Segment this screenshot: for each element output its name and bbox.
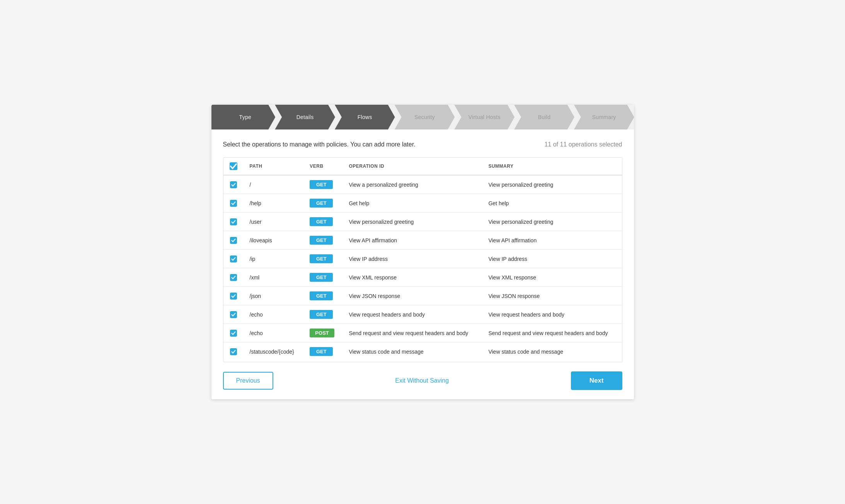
row-checkbox[interactable] [230,330,237,337]
step-type[interactable]: Type [211,105,276,129]
row-operation-id: View status code and message [342,342,482,361]
row-verb: GET [303,213,342,231]
verb-badge-get: GET [310,291,333,300]
row-checkbox-cell [223,324,244,342]
row-operation-id: Send request and view request headers an… [342,324,482,342]
row-summary: View personalized greeting [482,175,622,194]
header-checkbox-cell [223,158,244,175]
row-checkbox-cell [223,194,244,213]
row-checkbox[interactable] [230,181,237,188]
content-header: Select the operations to manage with pol… [223,141,622,148]
exit-without-saving-button[interactable]: Exit Without Saving [395,377,449,384]
verb-badge-get: GET [310,273,333,282]
row-verb: POST [303,324,342,342]
operations-table: PATH VERB OPERATION ID SUMMARY /GETView … [223,158,622,361]
row-summary: Send request and view request headers an… [482,324,622,342]
row-checkbox[interactable] [230,311,237,318]
row-checkbox[interactable] [230,200,237,207]
verb-badge-get: GET [310,236,333,245]
table-row: /ipGETView IP addressView IP address [223,250,622,268]
table-row: /echoGETView request headers and bodyVie… [223,305,622,324]
row-checkbox-cell [223,231,244,250]
row-path: /iloveapis [244,231,304,250]
verb-badge-post: POST [310,329,334,337]
table-row: /iloveapisGETView API affirmationView AP… [223,231,622,250]
header-description: Select the operations to manage with pol… [223,141,416,148]
footer: Previous Exit Without Saving Next [211,362,634,399]
step-summary[interactable]: Summary [574,105,634,129]
table-row: /statuscode/{code}GETView status code an… [223,342,622,361]
wizard-container: Type Details Flows Security Virtual Host… [211,105,634,399]
verb-badge-get: GET [310,347,333,356]
row-summary: View personalized greeting [482,213,622,231]
row-summary: View status code and message [482,342,622,361]
table-header-row: PATH VERB OPERATION ID SUMMARY [223,158,622,175]
row-verb: GET [303,175,342,194]
row-operation-id: View XML response [342,268,482,287]
row-path: /echo [244,305,304,324]
row-path: /json [244,287,304,305]
row-path: /echo [244,324,304,342]
verb-badge-get: GET [310,310,333,319]
row-verb: GET [303,305,342,324]
verb-badge-get: GET [310,199,333,208]
header-verb: VERB [303,158,342,175]
ops-selected-count: 11 of 11 operations selected [544,141,622,148]
step-flows[interactable]: Flows [335,105,395,129]
table-row: /echoPOSTSend request and view request h… [223,324,622,342]
previous-button[interactable]: Previous [223,372,273,390]
row-operation-id: View API affirmation [342,231,482,250]
row-path: /statuscode/{code} [244,342,304,361]
step-summary-label: Summary [592,114,616,120]
row-summary: View API affirmation [482,231,622,250]
step-virtual-hosts-label: Virtual Hosts [468,114,501,120]
row-checkbox-cell [223,287,244,305]
row-checkbox[interactable] [230,348,237,355]
row-verb: GET [303,250,342,268]
select-all-checkbox[interactable] [230,162,237,170]
row-checkbox[interactable] [230,218,237,225]
table-row: /userGETView personalized greetingView p… [223,213,622,231]
row-checkbox-cell [223,213,244,231]
row-summary: View XML response [482,268,622,287]
step-security-label: Security [414,114,435,120]
row-path: /ip [244,250,304,268]
row-verb: GET [303,231,342,250]
row-operation-id: View personalized greeting [342,213,482,231]
row-checkbox[interactable] [230,255,237,262]
row-summary: View request headers and body [482,305,622,324]
row-path: /xml [244,268,304,287]
operations-table-wrapper[interactable]: PATH VERB OPERATION ID SUMMARY /GETView … [223,157,622,362]
row-checkbox[interactable] [230,274,237,281]
row-checkbox-cell [223,342,244,361]
header-summary: SUMMARY [482,158,622,175]
row-path: /user [244,213,304,231]
table-row: /xmlGETView XML responseView XML respons… [223,268,622,287]
row-operation-id: View IP address [342,250,482,268]
row-verb: GET [303,342,342,361]
row-path: /help [244,194,304,213]
row-checkbox[interactable] [230,293,237,300]
row-summary: View JSON response [482,287,622,305]
verb-badge-get: GET [310,254,333,263]
step-security[interactable]: Security [395,105,455,129]
row-verb: GET [303,194,342,213]
verb-badge-get: GET [310,217,333,226]
step-type-label: Type [239,114,252,120]
step-details-label: Details [296,114,314,120]
row-summary: Get help [482,194,622,213]
step-build[interactable]: Build [514,105,574,129]
header-operation-id: OPERATION ID [342,158,482,175]
verb-badge-get: GET [310,180,333,189]
step-virtual-hosts[interactable]: Virtual Hosts [454,105,514,129]
row-checkbox-cell [223,268,244,287]
row-checkbox[interactable] [230,237,237,244]
row-operation-id: Get help [342,194,482,213]
step-details[interactable]: Details [275,105,335,129]
step-flows-label: Flows [358,114,372,120]
row-verb: GET [303,287,342,305]
row-checkbox-cell [223,250,244,268]
next-button[interactable]: Next [571,371,622,390]
row-path: / [244,175,304,194]
row-operation-id: View JSON response [342,287,482,305]
